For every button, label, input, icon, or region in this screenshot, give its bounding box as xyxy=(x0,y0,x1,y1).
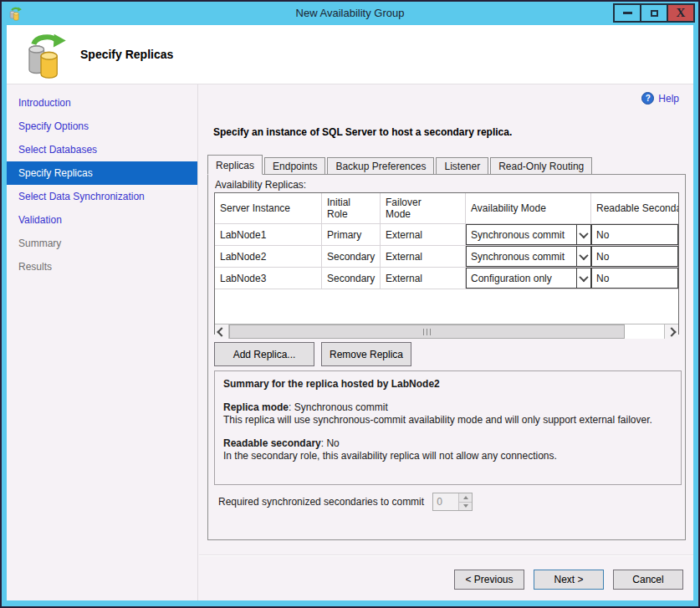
close-button[interactable]: X xyxy=(667,3,695,23)
spinner-down-button[interactable] xyxy=(459,503,472,511)
column-header-readable-secondary[interactable]: Readable Secondary xyxy=(591,193,678,223)
wizard-header: Specify Replicas xyxy=(7,25,693,84)
cell-failover-mode: External xyxy=(381,268,466,289)
footer-divider xyxy=(199,554,693,556)
wizard-navigation-buttons: < Previous Next > Cancel xyxy=(445,570,683,590)
scroll-left-button[interactable] xyxy=(215,324,229,339)
previous-button[interactable]: < Previous xyxy=(454,570,524,590)
cell-initial-role: Secondary xyxy=(322,246,381,267)
tab-backup-preferences[interactable]: Backup Preferences xyxy=(327,157,434,174)
chevron-down-icon xyxy=(463,504,468,508)
availability-replicas-label: Availability Replicas: xyxy=(215,179,306,191)
cell-readable-secondary: No xyxy=(591,224,678,245)
cancel-button[interactable]: Cancel xyxy=(613,570,683,590)
table-row[interactable]: LabNode2 Secondary External Synchronous … xyxy=(215,246,678,268)
wizard-steps-sidebar: Introduction Specify Options Select Data… xyxy=(7,84,198,600)
tab-read-only-routing[interactable]: Read-Only Routing xyxy=(490,157,592,174)
scrollbar-thumb[interactable] xyxy=(229,324,625,339)
horizontal-scrollbar[interactable] xyxy=(215,324,678,339)
cell-readable-secondary: No xyxy=(591,268,678,289)
dialog-window: New Availability Group X Specify Replica… xyxy=(0,0,700,608)
grid-header-row: Server Instance Initial Role Failover Mo… xyxy=(215,193,678,224)
main-content: ? Help Specify an instance of SQL Server… xyxy=(199,84,693,600)
availability-mode-dropdown[interactable]: Synchronous commit xyxy=(466,246,591,267)
commit-label: Required synchronized secondaries to com… xyxy=(218,496,424,508)
cell-server-instance: LabNode2 xyxy=(215,246,322,267)
summary-title: Summary for the replica hosted by LabNod… xyxy=(223,378,672,390)
add-replica-button[interactable]: Add Replica... xyxy=(214,342,314,366)
tab-strip: Replicas Endpoints Backup Preferences Li… xyxy=(207,155,594,174)
cell-server-instance: LabNode1 xyxy=(215,224,322,245)
readable-secondary-description: In the secondary role, this availability… xyxy=(223,450,672,462)
chevron-down-icon[interactable] xyxy=(576,225,590,244)
replica-mode-label: Replica mode xyxy=(223,401,289,413)
dropdown-value: No xyxy=(592,273,677,284)
readable-secondary-line: Readable secondary: No xyxy=(223,437,672,450)
replica-mode-value: : Synchronous commit xyxy=(289,401,388,413)
dropdown-value: Synchronous commit xyxy=(467,229,576,241)
minimize-button[interactable] xyxy=(613,3,641,23)
sidebar-item-validation[interactable]: Validation xyxy=(7,208,197,232)
close-icon: X xyxy=(677,7,686,19)
cell-server-instance: LabNode3 xyxy=(215,268,322,289)
scroll-right-button[interactable] xyxy=(664,324,678,339)
column-header-initial-role[interactable]: Initial Role xyxy=(322,193,381,223)
dropdown-value: No xyxy=(592,229,677,241)
maximize-icon xyxy=(651,10,658,17)
window-title: New Availability Group xyxy=(2,7,698,19)
page-title: Specify Replicas xyxy=(80,48,173,61)
commit-row: Required synchronized secondaries to com… xyxy=(218,493,473,511)
database-replica-icon xyxy=(23,32,70,79)
replica-mode-description: This replica will use synchronous-commit… xyxy=(223,414,672,427)
table-row[interactable]: LabNode1 Primary External Synchronous co… xyxy=(215,224,678,246)
sidebar-item-introduction[interactable]: Introduction xyxy=(7,91,197,115)
readable-secondary-dropdown[interactable]: No xyxy=(591,224,678,245)
sidebar-item-select-data-synchronization[interactable]: Select Data Synchronization xyxy=(7,185,197,208)
maximize-button[interactable] xyxy=(640,3,668,23)
chevron-right-icon xyxy=(667,327,676,336)
sidebar-item-select-databases[interactable]: Select Databases xyxy=(7,138,197,161)
chevron-down-icon[interactable] xyxy=(576,268,590,288)
secondaries-to-commit-spinner[interactable]: 0 xyxy=(432,493,473,511)
sidebar-item-results: Results xyxy=(7,255,197,278)
sidebar-item-summary: Summary xyxy=(7,232,197,255)
tab-replicas[interactable]: Replicas xyxy=(207,155,263,175)
availability-mode-dropdown[interactable]: Configuration only xyxy=(466,268,591,289)
readable-secondary-dropdown[interactable]: No xyxy=(591,268,678,289)
next-button[interactable]: Next > xyxy=(534,570,604,590)
dropdown-value: Configuration only xyxy=(467,273,576,284)
cell-availability-mode: Configuration only xyxy=(466,268,591,289)
readable-secondary-value: : No xyxy=(321,437,340,449)
wizard-body: Introduction Specify Options Select Data… xyxy=(7,84,693,600)
column-header-availability-mode[interactable]: Availability Mode xyxy=(466,193,591,223)
sidebar-item-specify-options[interactable]: Specify Options xyxy=(7,115,197,138)
window-controls: X xyxy=(615,3,695,23)
help-icon: ? xyxy=(641,92,654,105)
replica-summary-panel: Summary for the replica hosted by LabNod… xyxy=(214,370,682,485)
table-row[interactable]: LabNode3 Secondary External Configuratio… xyxy=(215,268,678,289)
dropdown-value: Synchronous commit xyxy=(467,251,576,263)
remove-replica-button[interactable]: Remove Replica xyxy=(321,342,411,366)
replicas-grid: Server Instance Initial Role Failover Mo… xyxy=(214,192,679,335)
help-label: Help xyxy=(658,93,679,105)
title-bar[interactable]: New Availability Group X xyxy=(2,2,698,25)
readable-secondary-dropdown[interactable]: No xyxy=(591,246,678,267)
tab-endpoints[interactable]: Endpoints xyxy=(264,157,325,174)
spinner-up-button[interactable] xyxy=(459,493,472,503)
scrollbar-track[interactable] xyxy=(229,324,664,339)
scrollbar-gripper-icon xyxy=(423,329,431,335)
chevron-down-icon[interactable] xyxy=(576,247,590,266)
availability-mode-dropdown[interactable]: Synchronous commit xyxy=(466,224,591,245)
minimize-icon xyxy=(623,12,632,14)
spinner-value[interactable]: 0 xyxy=(433,493,458,510)
help-link[interactable]: ? Help xyxy=(641,92,679,105)
client-area: Specify Replicas Introduction Specify Op… xyxy=(7,25,693,600)
sidebar-item-specify-replicas[interactable]: Specify Replicas xyxy=(7,161,197,185)
column-header-server-instance[interactable]: Server Instance xyxy=(215,193,322,223)
replica-mode-line: Replica mode: Synchronous commit xyxy=(223,401,672,414)
column-header-failover-mode[interactable]: Failover Mode xyxy=(381,193,466,223)
spinner-buttons xyxy=(458,493,472,510)
chevron-up-icon xyxy=(463,496,468,499)
grid-empty-area xyxy=(215,289,678,324)
tab-listener[interactable]: Listener xyxy=(436,157,488,174)
